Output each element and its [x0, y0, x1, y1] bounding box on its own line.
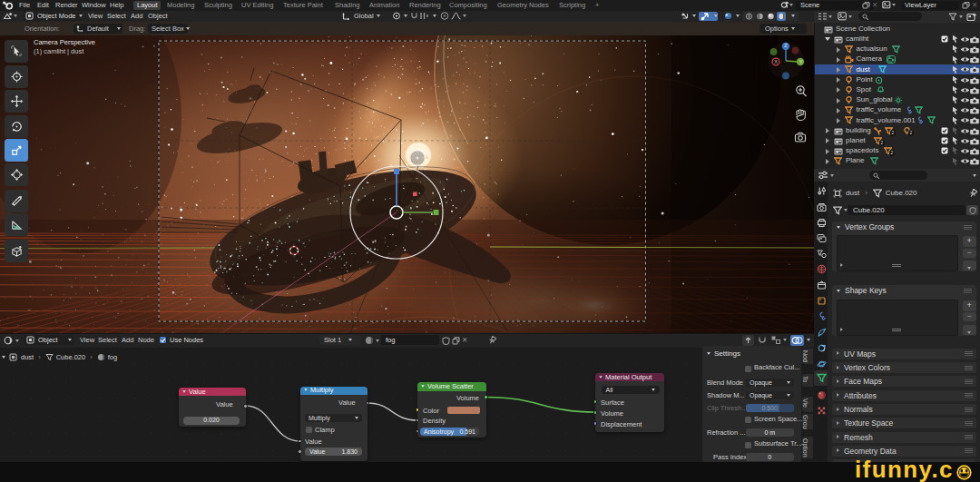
svg-text:Y: Y — [799, 59, 803, 64]
svg-text:X: X — [774, 59, 778, 64]
